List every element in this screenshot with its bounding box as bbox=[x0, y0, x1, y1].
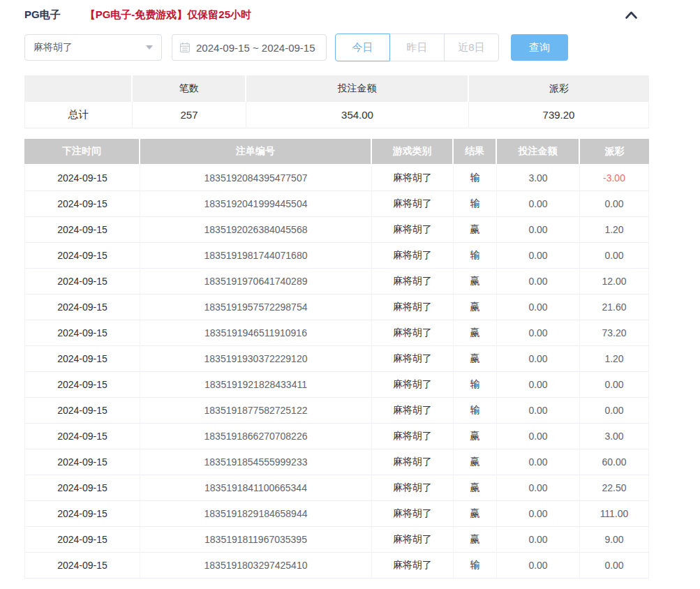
order-id-cell: 1835191970641740289 bbox=[140, 269, 372, 294]
bet-amount-cell: 0.00 bbox=[497, 191, 580, 217]
result-cell: 输 bbox=[454, 165, 497, 191]
game-type-cell: 麻将胡了 bbox=[372, 553, 454, 579]
game-type-cell: 麻将胡了 bbox=[372, 346, 454, 372]
game-type-cell: 麻将胡了 bbox=[372, 320, 454, 346]
order-id-cell: 1835192041999445504 bbox=[140, 191, 372, 217]
result-cell: 赢 bbox=[454, 294, 497, 320]
game-type-cell: 麻将胡了 bbox=[372, 269, 454, 294]
summary-total-label: 总计 bbox=[24, 102, 133, 128]
bet-time-cell: 2024-09-15 bbox=[24, 320, 140, 346]
game-select[interactable]: 麻将胡了 bbox=[24, 34, 162, 61]
summary-total-row: 总计 257 354.00 739.20 bbox=[24, 102, 649, 128]
table-row: 2024-09-151835192084395477507麻将胡了输3.00-3… bbox=[24, 165, 649, 191]
result-cell: 赢 bbox=[454, 527, 497, 553]
payout-cell: 0.00 bbox=[580, 191, 649, 217]
game-type-cell: 麻将胡了 bbox=[372, 527, 454, 553]
bet-amount-cell: 0.00 bbox=[497, 398, 580, 424]
col-order-id: 注单编号 bbox=[140, 139, 372, 165]
date-range-input[interactable]: 2024-09-15 ~ 2024-09-15 bbox=[172, 34, 327, 61]
bet-time-cell: 2024-09-15 bbox=[24, 553, 140, 579]
game-type-cell: 麻将胡了 bbox=[372, 449, 454, 475]
table-row: 2024-09-151835191854555999233麻将胡了赢0.0060… bbox=[24, 449, 649, 475]
bet-time-cell: 2024-09-15 bbox=[24, 475, 140, 501]
bet-amount-cell: 3.00 bbox=[497, 165, 580, 191]
table-row: 2024-09-151835191946511910916麻将胡了赢0.0073… bbox=[24, 320, 649, 346]
table-row: 2024-09-151835191877582725122麻将胡了输0.000.… bbox=[24, 398, 649, 424]
order-id-cell: 1835191811967035395 bbox=[140, 527, 372, 553]
yesterday-button[interactable]: 昨日 bbox=[389, 33, 445, 61]
bet-amount-cell: 0.00 bbox=[497, 217, 580, 243]
result-cell: 输 bbox=[454, 243, 497, 269]
table-row: 2024-09-151835192041999445504麻将胡了输0.000.… bbox=[24, 191, 649, 217]
bet-time-cell: 2024-09-15 bbox=[24, 165, 140, 191]
payout-cell: 21.60 bbox=[580, 294, 649, 320]
payout-cell: -3.00 bbox=[580, 165, 649, 191]
bet-amount-cell: 0.00 bbox=[497, 243, 580, 269]
payout-cell: 73.20 bbox=[580, 320, 649, 346]
bet-amount-cell: 0.00 bbox=[497, 501, 580, 527]
game-type-cell: 麻将胡了 bbox=[372, 294, 454, 320]
bet-time-cell: 2024-09-15 bbox=[24, 398, 140, 424]
game-type-cell: 麻将胡了 bbox=[372, 501, 454, 527]
payout-cell: 9.00 bbox=[580, 527, 649, 553]
order-id-cell: 1835191921828433411 bbox=[140, 372, 372, 398]
payout-cell: 3.00 bbox=[580, 424, 649, 449]
bet-amount-cell: 0.00 bbox=[497, 294, 580, 320]
game-type-cell: 麻将胡了 bbox=[372, 475, 454, 501]
table-row: 2024-09-151835191921828433411麻将胡了输0.000.… bbox=[24, 372, 649, 398]
panel-notice: 【PG电子-免费游戏】仅保留25小时 bbox=[85, 8, 251, 22]
table-row: 2024-09-151835191970641740289麻将胡了赢0.0012… bbox=[24, 269, 649, 294]
table-row: 2024-09-151835191981744071680麻将胡了输0.000.… bbox=[24, 243, 649, 269]
bet-amount-cell: 0.00 bbox=[497, 475, 580, 501]
records-header-row: 下注时间 注单编号 游戏类别 结果 投注金额 派彩 bbox=[24, 139, 649, 165]
summary-total-count: 257 bbox=[133, 102, 246, 128]
bet-amount-cell: 0.00 bbox=[497, 527, 580, 553]
bet-amount-cell: 0.00 bbox=[497, 424, 580, 449]
search-button[interactable]: 查询 bbox=[511, 34, 568, 61]
result-cell: 赢 bbox=[454, 217, 497, 243]
order-id-cell: 1835191866270708226 bbox=[140, 424, 372, 449]
game-select-value: 麻将胡了 bbox=[33, 41, 73, 54]
result-cell: 输 bbox=[454, 553, 497, 579]
col-bet-time: 下注时间 bbox=[24, 139, 140, 165]
order-id-cell: 1835191803297425410 bbox=[140, 553, 372, 579]
result-cell: 赢 bbox=[454, 501, 497, 527]
payout-cell: 0.00 bbox=[580, 553, 649, 579]
table-row: 2024-09-151835191803297425410麻将胡了输0.000.… bbox=[24, 553, 649, 579]
bet-time-cell: 2024-09-15 bbox=[24, 243, 140, 269]
bet-time-cell: 2024-09-15 bbox=[24, 217, 140, 243]
result-cell: 赢 bbox=[454, 320, 497, 346]
records-table: 下注时间 注单编号 游戏类别 结果 投注金额 派彩 2024-09-151835… bbox=[24, 139, 649, 579]
order-id-cell: 1835191930372229120 bbox=[140, 346, 372, 372]
result-cell: 输 bbox=[454, 191, 497, 217]
summary-col-blank bbox=[24, 75, 133, 102]
last-8-days-button[interactable]: 近8日 bbox=[444, 33, 499, 61]
summary-total-payout: 739.20 bbox=[469, 102, 649, 128]
result-cell: 赢 bbox=[454, 449, 497, 475]
col-game-type: 游戏类别 bbox=[372, 139, 454, 165]
records-tbody: 2024-09-151835192084395477507麻将胡了输3.00-3… bbox=[24, 165, 649, 579]
bet-amount-cell: 0.00 bbox=[497, 269, 580, 294]
result-cell: 赢 bbox=[454, 346, 497, 372]
collapse-toggle[interactable] bbox=[625, 10, 638, 20]
panel-header: PG电子 【PG电子-免费游戏】仅保留25小时 bbox=[24, 6, 649, 24]
game-type-cell: 麻将胡了 bbox=[372, 191, 454, 217]
game-type-cell: 麻将胡了 bbox=[372, 243, 454, 269]
order-id-cell: 1835191981744071680 bbox=[140, 243, 372, 269]
bet-amount-cell: 0.00 bbox=[497, 346, 580, 372]
today-button[interactable]: 今日 bbox=[335, 33, 390, 61]
table-row: 2024-09-151835191841100665344麻将胡了赢0.0022… bbox=[24, 475, 649, 501]
order-id-cell: 1835191854555999233 bbox=[140, 449, 372, 475]
bet-time-cell: 2024-09-15 bbox=[24, 269, 140, 294]
game-type-cell: 麻将胡了 bbox=[372, 424, 454, 449]
game-type-cell: 麻将胡了 bbox=[372, 372, 454, 398]
payout-cell: 0.00 bbox=[580, 372, 649, 398]
filter-row: 麻将胡了 2024-09-15 ~ 2024-09-15 今日 昨日 近8日 bbox=[24, 33, 649, 61]
date-range-value: 2024-09-15 ~ 2024-09-15 bbox=[196, 42, 315, 54]
col-bet-amount: 投注金额 bbox=[497, 139, 580, 165]
bet-time-cell: 2024-09-15 bbox=[24, 449, 140, 475]
payout-cell: 1.20 bbox=[580, 217, 649, 243]
summary-table: 笔数 投注金额 派彩 总计 257 354.00 739.20 bbox=[24, 75, 649, 128]
game-type-cell: 麻将胡了 bbox=[372, 398, 454, 424]
order-id-cell: 1835191957572298754 bbox=[140, 294, 372, 320]
